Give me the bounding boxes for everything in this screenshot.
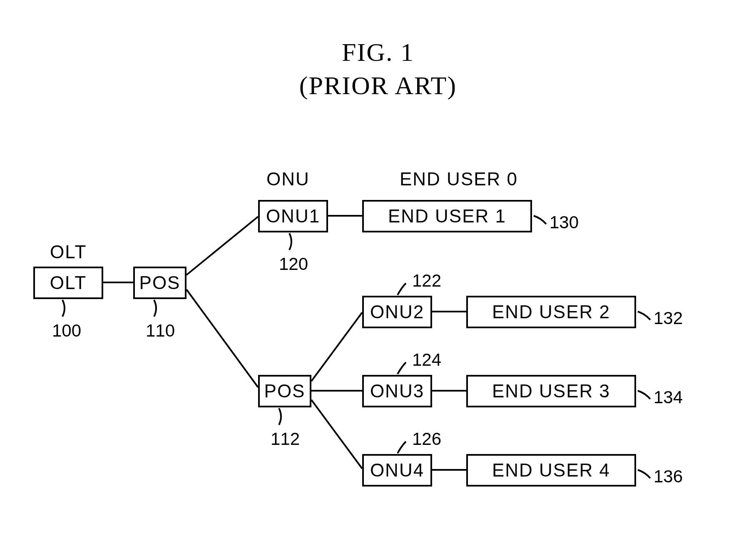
onu1-box: ONU1 — [258, 200, 328, 232]
pos1-ref: 110 — [146, 321, 175, 341]
onu4-ref: 126 — [412, 429, 441, 449]
figure-number: FIG. 1 — [0, 37, 756, 67]
onu3-ref: 124 — [412, 350, 441, 370]
eu1-box-label: END USER 1 — [364, 202, 530, 231]
svg-line-6 — [311, 400, 362, 469]
eu4-box: END USER 4 — [466, 454, 636, 487]
onu3-box: ONU3 — [362, 375, 432, 407]
olt-ref: 100 — [52, 321, 81, 341]
onu2-box: ONU2 — [362, 296, 432, 328]
olt-box: OLT — [33, 267, 103, 299]
onu2-box-label: ONU2 — [364, 297, 430, 327]
pos1-box: POS — [133, 267, 187, 299]
svg-line-1 — [187, 217, 258, 275]
eu1-box: END USER 1 — [362, 200, 532, 232]
eu1-ref: 130 — [550, 212, 579, 232]
eu3-box-label: END USER 3 — [468, 377, 634, 406]
pos1-box-label: POS — [135, 268, 185, 297]
onu-header: ONU — [266, 169, 310, 190]
olt-header: OLT — [50, 242, 87, 262]
onu4-box: ONU4 — [362, 454, 432, 487]
eu2-box-label: END USER 2 — [468, 297, 634, 327]
pos2-ref: 112 — [271, 429, 300, 449]
diagram-stage: FIG. 1 (PRIOR ART) OLT ONU END USER 0 OL… — [0, 0, 756, 559]
onu1-ref: 120 — [279, 254, 308, 274]
eu2-ref: 132 — [654, 308, 683, 328]
svg-line-4 — [311, 312, 362, 381]
eu4-box-label: END USER 4 — [468, 456, 634, 485]
eu2-box: END USER 2 — [466, 296, 636, 328]
eu3-box: END USER 3 — [466, 375, 636, 407]
onu4-box-label: ONU4 — [364, 456, 430, 485]
onu2-ref: 122 — [412, 271, 441, 291]
figure-subtitle: (PRIOR ART) — [0, 71, 756, 100]
onu1-box-label: ONU1 — [260, 202, 326, 231]
end-user-0-header: END USER 0 — [400, 169, 518, 190]
onu3-box-label: ONU3 — [364, 377, 430, 406]
eu3-ref: 134 — [654, 387, 683, 407]
svg-line-2 — [187, 289, 258, 387]
pos2-box-label: POS — [260, 377, 310, 406]
pos2-box: POS — [258, 375, 311, 407]
olt-box-label: OLT — [35, 268, 102, 297]
eu4-ref: 136 — [654, 467, 683, 487]
